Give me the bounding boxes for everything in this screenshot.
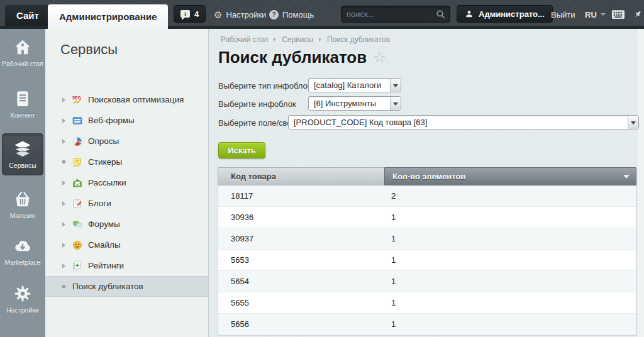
tab-site[interactable]: Сайт — [5, 4, 50, 26]
chevron-down-icon — [601, 13, 606, 18]
cell-code: 30937 — [218, 228, 384, 249]
breadcrumb-services[interactable]: Сервисы — [282, 35, 313, 44]
menu-item-label: Веб-формы — [88, 116, 135, 125]
table-row[interactable]: 18117 2 — [218, 185, 636, 207]
page-title-row: Поиск дубликатов — [218, 48, 386, 67]
user-icon — [465, 9, 474, 18]
rail-item-services[interactable]: Сервисы — [2, 133, 43, 175]
expand-arrow-icon[interactable] — [60, 243, 67, 248]
seo-icon: SEO — [72, 95, 82, 105]
pin-button[interactable] — [632, 0, 643, 29]
search-icon[interactable] — [436, 9, 446, 19]
rail-item-desktop[interactable]: Рабочий стол — [0, 38, 45, 68]
select-value: [PRODUCT_CODE] Код товара [63] — [289, 118, 432, 127]
column-header-label: Кол-во элементов — [392, 172, 465, 181]
favorite-star-icon[interactable] — [373, 50, 386, 65]
expand-arrow-icon[interactable] — [60, 263, 67, 268]
cell-count: 1 — [384, 228, 396, 249]
menu-item-label: Смайлы — [88, 240, 121, 250]
expand-arrow-icon[interactable] — [60, 180, 67, 185]
search-button[interactable]: Искать — [218, 142, 265, 158]
breadcrumb-current: Поиск дубликатов — [327, 35, 390, 44]
column-header-code[interactable]: Код товара — [218, 167, 384, 185]
property-select[interactable]: [PRODUCT_CODE] Код товара [63] — [288, 115, 639, 130]
rail-item-label: Сервисы — [8, 162, 38, 170]
column-header-count[interactable]: Кол-во элементов — [384, 167, 636, 185]
menu-item-blogs[interactable]: Блоги — [45, 193, 208, 214]
notifications-button[interactable]: 4 — [174, 5, 206, 23]
menu-item-seo[interactable]: SEO Поисковая оптимизация — [45, 89, 208, 110]
settings-link[interactable]: ⚙ Настройки — [214, 0, 266, 29]
dropdown-arrow-icon[interactable] — [390, 97, 401, 110]
table-row[interactable]: 30936 1 — [218, 207, 636, 228]
search-input[interactable] — [341, 9, 436, 19]
language-selector[interactable]: RU — [585, 0, 606, 29]
table-row[interactable]: 5655 1 — [218, 292, 636, 314]
menu-item-webforms[interactable]: Веб-формы — [45, 110, 208, 131]
dropdown-arrow-icon[interactable] — [390, 79, 401, 92]
rail-item-marketplace[interactable]: Marketplace — [0, 236, 45, 267]
select-value: [catalog] Каталоги — [309, 80, 386, 90]
menu-item-forums[interactable]: Форумы — [45, 214, 208, 235]
forum-icon — [72, 219, 82, 229]
expand-arrow-icon[interactable] — [60, 201, 67, 206]
breadcrumb: Рабочий стол Сервисы Поиск дубликатов — [221, 35, 390, 44]
table-row[interactable]: 5654 1 — [218, 271, 636, 292]
rail-item-label: Marketplace — [3, 258, 42, 267]
menu-item-smileys[interactable]: Смайлы — [45, 235, 208, 255]
poll-icon — [72, 136, 82, 146]
table-row[interactable]: 5656 1 — [218, 314, 636, 335]
breadcrumb-desktop[interactable]: Рабочий стол — [221, 35, 268, 44]
cell-count: 1 — [384, 292, 396, 313]
iblock-type-select[interactable]: [catalog] Каталоги — [308, 78, 401, 92]
webform-icon — [72, 116, 82, 126]
search-box[interactable] — [341, 6, 450, 23]
logout-link[interactable]: Выйти — [551, 0, 575, 29]
menu-item-mailings[interactable]: Рассылки — [45, 172, 208, 193]
expand-arrow-icon[interactable] — [60, 97, 67, 102]
tab-administration[interactable]: Администрирование — [48, 4, 168, 29]
table-body: 18117 2 30936 1 30937 1 5653 1 5654 1 56… — [218, 185, 636, 336]
menu-item-label: Поиск дубликатов — [72, 282, 143, 291]
expand-arrow-icon[interactable] — [60, 222, 67, 227]
rail-item-settings[interactable]: Настройки — [0, 284, 45, 314]
table-row[interactable]: 30937 1 — [218, 228, 636, 250]
services-menu: Сервисы SEO Поисковая оптимизация Веб-фо… — [45, 29, 209, 337]
sort-desc-icon[interactable] — [623, 175, 630, 179]
expand-arrow-icon[interactable] — [60, 118, 67, 123]
hotkeys-button[interactable] — [611, 0, 625, 29]
cell-count: 1 — [384, 314, 396, 334]
menu-item-ratings[interactable]: Рейтинги — [45, 255, 208, 276]
rail-item-label: Настройки — [5, 306, 40, 314]
iblock-label: Выберите инфоблок — [218, 99, 296, 109]
menu-item-polls[interactable]: Опросы — [45, 131, 208, 152]
rail-item-shop[interactable]: Магазин — [0, 190, 45, 220]
menu-item-duplicate-search[interactable]: Поиск дубликатов — [45, 276, 208, 297]
iblock-select[interactable]: [6] Инструменты — [308, 96, 401, 111]
layers-icon — [13, 140, 32, 158]
basket-icon — [13, 190, 32, 209]
menu-item-label: Стикеры — [88, 157, 122, 167]
user-menu-button[interactable]: Администрато... — [457, 5, 553, 23]
cell-count: 1 — [384, 207, 396, 228]
scrollbar-track[interactable] — [638, 29, 644, 337]
pin-icon — [632, 9, 643, 20]
menu-item-stickers[interactable]: Стикеры — [45, 152, 208, 172]
results-table: Код товара Кол-во элементов 18117 2 3093… — [218, 167, 636, 336]
menu-item-label: Поисковая оптимизация — [88, 95, 184, 104]
help-link[interactable]: Помощь — [269, 0, 314, 29]
cell-count: 1 — [384, 271, 396, 292]
mailing-icon — [72, 178, 82, 188]
chevron-right-icon — [319, 38, 321, 41]
expand-arrow-icon[interactable] — [60, 139, 67, 144]
dropdown-arrow-icon[interactable] — [628, 116, 638, 129]
logout-label: Выйти — [551, 10, 575, 19]
sticker-icon — [72, 157, 82, 167]
rail-item-content[interactable]: Контент — [0, 89, 45, 119]
language-label: RU — [585, 10, 597, 19]
table-row[interactable]: 5653 1 — [218, 250, 636, 271]
rating-icon — [72, 261, 82, 271]
cell-code: 18117 — [218, 185, 384, 206]
user-name: Администрато... — [479, 9, 545, 19]
menu-item-label: Блоги — [88, 199, 111, 208]
